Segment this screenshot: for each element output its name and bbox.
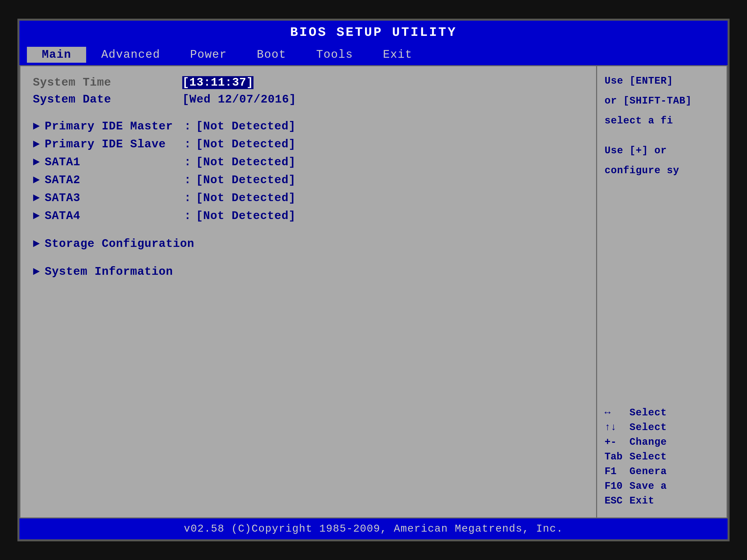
sata1-row[interactable]: ► SATA1 : [Not Detected] <box>33 156 584 169</box>
key-desc-tab: Select <box>629 451 667 462</box>
menu-item-main[interactable]: Main <box>27 47 86 63</box>
bios-screen: BIOS SETUP UTILITY Main Advanced Power B… <box>18 19 729 541</box>
arrow-icon-8: ► <box>33 265 40 278</box>
arrow-icon-6: ► <box>33 210 40 222</box>
key-row-plusminus: +- Change <box>604 436 719 448</box>
sata3-row[interactable]: ► SATA3 : [Not Detected] <box>33 192 584 205</box>
primary-ide-master-row[interactable]: ► Primary IDE Master : [Not Detected] <box>33 120 584 133</box>
arrow-icon-3: ► <box>33 156 40 169</box>
key-symbol-leftright: ↔ <box>604 407 629 418</box>
help-text-5: configure sy <box>604 163 719 178</box>
help-divider <box>604 183 719 407</box>
sep5: : <box>184 192 191 205</box>
arrow-icon-4: ► <box>33 174 40 187</box>
system-date-value[interactable]: [Wed 12/07/2016] <box>182 93 296 106</box>
menu-bar[interactable]: Main Advanced Power Boot Tools Exit <box>20 44 727 65</box>
sep4: : <box>184 174 191 187</box>
key-desc-leftright: Select <box>629 407 667 418</box>
storage-config-row[interactable]: ► Storage Configuration <box>33 237 584 250</box>
sata2-label: SATA2 <box>45 174 179 187</box>
key-row-tab: Tab Select <box>604 451 719 462</box>
key-symbol-tab: Tab <box>604 451 629 462</box>
sep6: : <box>184 210 191 222</box>
primary-ide-slave-row[interactable]: ► Primary IDE Slave : [Not Detected] <box>33 138 584 151</box>
key-row-leftright: ↔ Select <box>604 407 719 418</box>
menu-item-exit[interactable]: Exit <box>368 47 427 63</box>
arrow-icon-7: ► <box>33 237 40 250</box>
key-symbol-f1: F1 <box>604 466 629 477</box>
help-panel: Use [ENTER] or [SHIFT-TAB] select a fi U… <box>597 66 727 517</box>
menu-item-advanced[interactable]: Advanced <box>86 47 175 63</box>
help-gap <box>604 133 719 143</box>
system-info-label: System Information <box>45 265 173 278</box>
main-panel: System Time [13:11:37] System Date [Wed … <box>20 66 597 517</box>
gap1 <box>33 110 584 120</box>
key-desc-f1: Genera <box>629 466 667 477</box>
key-desc-plusminus: Change <box>629 436 667 448</box>
key-row-f1: F1 Genera <box>604 466 719 477</box>
sep3: : <box>184 156 191 169</box>
key-desc-updown: Select <box>629 422 667 433</box>
gap3 <box>33 256 584 265</box>
key-row-updown: ↑↓ Select <box>604 422 719 433</box>
help-text-3: select a fi <box>604 113 719 128</box>
sep1: : <box>184 120 191 133</box>
arrow-icon-5: ► <box>33 192 40 205</box>
key-help-section: ↔ Select ↑↓ Select +- Change Tab Select … <box>604 407 719 510</box>
sata2-row[interactable]: ► SATA2 : [Not Detected] <box>33 174 584 187</box>
key-symbol-f10: F10 <box>604 481 629 492</box>
menu-item-tools[interactable]: Tools <box>301 47 368 63</box>
menu-item-boot[interactable]: Boot <box>242 47 301 63</box>
system-date-row: System Date [Wed 12/07/2016] <box>33 93 584 106</box>
primary-ide-slave-value: [Not Detected] <box>196 138 295 151</box>
system-time-row: System Time [13:11:37] <box>33 76 584 89</box>
sata1-label: SATA1 <box>45 156 179 169</box>
key-symbol-plusminus: +- <box>604 436 629 448</box>
key-desc-esc: Exit <box>629 495 654 506</box>
storage-config-label: Storage Configuration <box>45 237 195 250</box>
sata3-label: SATA3 <box>45 192 179 205</box>
sata4-label: SATA4 <box>45 210 179 222</box>
key-symbol-updown: ↑↓ <box>604 422 629 433</box>
help-text-1: Use [ENTER] <box>604 74 719 88</box>
key-desc-f10: Save a <box>629 481 667 492</box>
sata4-row[interactable]: ► SATA4 : [Not Detected] <box>33 210 584 222</box>
system-date-label: System Date <box>33 93 182 106</box>
sep2: : <box>184 138 191 151</box>
key-row-f10: F10 Save a <box>604 481 719 492</box>
footer: v02.58 (C)Copyright 1985-2009, American … <box>20 518 727 539</box>
menu-item-power[interactable]: Power <box>175 47 242 63</box>
primary-ide-master-label: Primary IDE Master <box>45 120 179 133</box>
key-symbol-esc: ESC <box>604 495 629 506</box>
sata1-value: [Not Detected] <box>196 156 295 169</box>
sata2-value: [Not Detected] <box>196 174 295 187</box>
title-bar: BIOS SETUP UTILITY <box>20 21 727 44</box>
footer-text: v02.58 (C)Copyright 1985-2009, American … <box>184 523 563 535</box>
sata3-value: [Not Detected] <box>196 192 295 205</box>
system-time-label: System Time <box>33 76 182 89</box>
arrow-icon-2: ► <box>33 138 40 151</box>
bios-title: BIOS SETUP UTILITY <box>290 25 457 40</box>
content-area: System Time [13:11:37] System Date [Wed … <box>20 65 727 518</box>
sata4-value: [Not Detected] <box>196 210 295 222</box>
primary-ide-master-value: [Not Detected] <box>196 120 295 133</box>
help-text-4: Use [+] or <box>604 143 719 158</box>
key-row-esc: ESC Exit <box>604 495 719 506</box>
arrow-icon-1: ► <box>33 120 40 133</box>
help-text-2: or [SHIFT-TAB] <box>604 94 719 108</box>
system-time-value[interactable]: [13:11:37] <box>182 76 254 89</box>
system-info-row[interactable]: ► System Information <box>33 265 584 278</box>
primary-ide-slave-label: Primary IDE Slave <box>45 138 179 151</box>
gap2 <box>33 228 584 237</box>
